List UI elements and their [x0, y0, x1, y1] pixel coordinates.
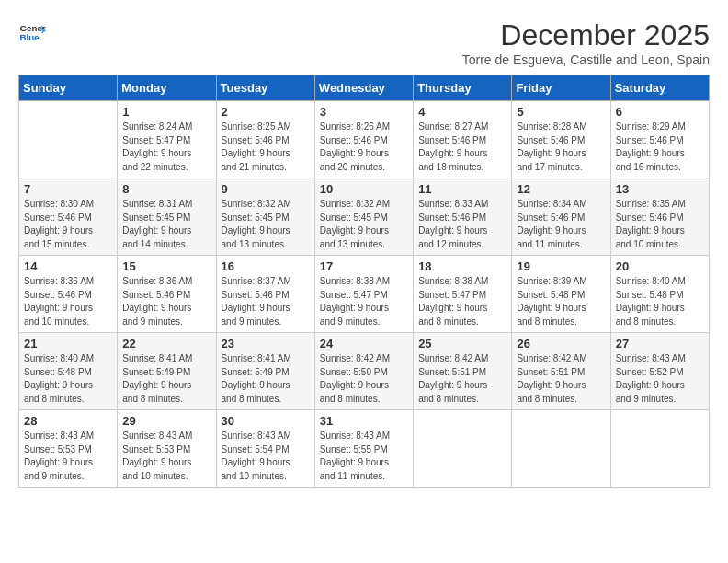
- calendar-cell: [512, 410, 610, 488]
- calendar-cell: 2Sunrise: 8:25 AM Sunset: 5:46 PM Daylig…: [216, 101, 314, 178]
- calendar-cell: 15Sunrise: 8:36 AM Sunset: 5:46 PM Dayli…: [118, 256, 216, 333]
- cell-info: Sunrise: 8:36 AM Sunset: 5:46 PM Dayligh…: [24, 275, 112, 328]
- cell-date: 17: [320, 259, 408, 273]
- header-day: Sunday: [19, 75, 118, 101]
- cell-date: 8: [122, 182, 210, 196]
- header-day: Friday: [512, 75, 610, 101]
- calendar-cell: 5Sunrise: 8:28 AM Sunset: 5:46 PM Daylig…: [512, 101, 610, 178]
- cell-date: 12: [517, 182, 605, 196]
- calendar-cell: 17Sunrise: 8:38 AM Sunset: 5:47 PM Dayli…: [314, 256, 413, 333]
- cell-info: Sunrise: 8:25 AM Sunset: 5:46 PM Dayligh…: [222, 121, 310, 174]
- cell-info: Sunrise: 8:43 AM Sunset: 5:53 PM Dayligh…: [24, 430, 112, 483]
- calendar-cell: 20Sunrise: 8:40 AM Sunset: 5:48 PM Dayli…: [610, 256, 709, 333]
- calendar-cell: 18Sunrise: 8:38 AM Sunset: 5:47 PM Dayli…: [414, 256, 512, 333]
- cell-info: Sunrise: 8:43 AM Sunset: 5:52 PM Dayligh…: [616, 352, 704, 406]
- cell-info: Sunrise: 8:36 AM Sunset: 5:46 PM Dayligh…: [122, 275, 210, 328]
- cell-info: Sunrise: 8:32 AM Sunset: 5:45 PM Dayligh…: [222, 198, 310, 251]
- calendar-week-row: 7Sunrise: 8:30 AM Sunset: 5:46 PM Daylig…: [19, 178, 710, 256]
- cell-date: 18: [418, 259, 506, 273]
- cell-date: 31: [320, 414, 408, 428]
- calendar-cell: 9Sunrise: 8:32 AM Sunset: 5:45 PM Daylig…: [216, 178, 314, 256]
- calendar-week-row: 28Sunrise: 8:43 AM Sunset: 5:53 PM Dayli…: [19, 410, 710, 488]
- cell-info: Sunrise: 8:42 AM Sunset: 5:51 PM Dayligh…: [418, 352, 506, 406]
- cell-date: 30: [222, 414, 310, 428]
- cell-date: 10: [320, 182, 408, 196]
- calendar-cell: 14Sunrise: 8:36 AM Sunset: 5:46 PM Dayli…: [19, 256, 118, 333]
- cell-info: Sunrise: 8:38 AM Sunset: 5:47 PM Dayligh…: [418, 275, 506, 328]
- calendar-cell: 12Sunrise: 8:34 AM Sunset: 5:46 PM Dayli…: [512, 178, 610, 256]
- cell-date: 20: [616, 259, 704, 273]
- cell-date: 23: [222, 337, 310, 350]
- cell-info: Sunrise: 8:43 AM Sunset: 5:53 PM Dayligh…: [122, 430, 210, 483]
- cell-date: 24: [320, 337, 408, 350]
- calendar-cell: 29Sunrise: 8:43 AM Sunset: 5:53 PM Dayli…: [118, 410, 216, 488]
- cell-info: Sunrise: 8:43 AM Sunset: 5:54 PM Dayligh…: [222, 430, 310, 483]
- calendar-cell: 21Sunrise: 8:40 AM Sunset: 5:48 PM Dayli…: [19, 333, 118, 410]
- header-day: Thursday: [414, 75, 512, 101]
- calendar-cell: 11Sunrise: 8:33 AM Sunset: 5:46 PM Dayli…: [414, 178, 512, 256]
- calendar-cell: 19Sunrise: 8:39 AM Sunset: 5:48 PM Dayli…: [512, 256, 610, 333]
- cell-date: 3: [320, 105, 408, 119]
- cell-date: 22: [122, 337, 210, 350]
- calendar-cell: 25Sunrise: 8:42 AM Sunset: 5:51 PM Dayli…: [414, 333, 512, 410]
- cell-date: 19: [517, 259, 605, 273]
- title-block: December 2025 Torre de Esgueva, Castille…: [462, 18, 710, 67]
- cell-info: Sunrise: 8:27 AM Sunset: 5:46 PM Dayligh…: [418, 121, 506, 174]
- page-header: General Blue December 2025 Torre de Esgu…: [18, 18, 710, 67]
- calendar-cell: 23Sunrise: 8:41 AM Sunset: 5:49 PM Dayli…: [216, 333, 314, 410]
- cell-info: Sunrise: 8:39 AM Sunset: 5:48 PM Dayligh…: [517, 275, 605, 328]
- cell-info: Sunrise: 8:33 AM Sunset: 5:46 PM Dayligh…: [418, 198, 506, 251]
- svg-text:Blue: Blue: [20, 32, 40, 42]
- calendar-cell: 8Sunrise: 8:31 AM Sunset: 5:45 PM Daylig…: [118, 178, 216, 256]
- cell-date: 14: [24, 259, 112, 273]
- calendar-cell: 10Sunrise: 8:32 AM Sunset: 5:45 PM Dayli…: [314, 178, 413, 256]
- cell-date: 26: [517, 337, 605, 350]
- cell-info: Sunrise: 8:32 AM Sunset: 5:45 PM Dayligh…: [320, 198, 408, 251]
- calendar-cell: 30Sunrise: 8:43 AM Sunset: 5:54 PM Dayli…: [216, 410, 314, 488]
- calendar-cell: 3Sunrise: 8:26 AM Sunset: 5:46 PM Daylig…: [314, 101, 413, 178]
- cell-date: 9: [222, 182, 310, 196]
- calendar-header-row: SundayMondayTuesdayWednesdayThursdayFrid…: [19, 75, 710, 101]
- cell-info: Sunrise: 8:41 AM Sunset: 5:49 PM Dayligh…: [222, 352, 310, 406]
- cell-info: Sunrise: 8:42 AM Sunset: 5:50 PM Dayligh…: [320, 352, 408, 406]
- cell-date: 2: [222, 105, 310, 119]
- cell-date: 1: [122, 105, 210, 119]
- cell-info: Sunrise: 8:42 AM Sunset: 5:51 PM Dayligh…: [517, 352, 605, 406]
- cell-info: Sunrise: 8:40 AM Sunset: 5:48 PM Dayligh…: [24, 352, 112, 406]
- cell-info: Sunrise: 8:37 AM Sunset: 5:46 PM Dayligh…: [222, 275, 310, 328]
- calendar-cell: [414, 410, 512, 488]
- header-day: Wednesday: [314, 75, 413, 101]
- calendar-cell: 31Sunrise: 8:43 AM Sunset: 5:55 PM Dayli…: [314, 410, 413, 488]
- cell-info: Sunrise: 8:35 AM Sunset: 5:46 PM Dayligh…: [616, 198, 704, 251]
- calendar-cell: 13Sunrise: 8:35 AM Sunset: 5:46 PM Dayli…: [610, 178, 709, 256]
- calendar-cell: 16Sunrise: 8:37 AM Sunset: 5:46 PM Dayli…: [216, 256, 314, 333]
- calendar-cell: 27Sunrise: 8:43 AM Sunset: 5:52 PM Dayli…: [610, 333, 709, 410]
- cell-date: 28: [24, 414, 112, 428]
- calendar-body: 1Sunrise: 8:24 AM Sunset: 5:47 PM Daylig…: [19, 101, 710, 488]
- cell-date: 27: [616, 337, 704, 350]
- logo: General Blue: [18, 18, 46, 46]
- calendar-table: SundayMondayTuesdayWednesdayThursdayFrid…: [18, 75, 710, 488]
- cell-info: Sunrise: 8:26 AM Sunset: 5:46 PM Dayligh…: [320, 121, 408, 174]
- month-title: December 2025: [462, 18, 710, 52]
- cell-info: Sunrise: 8:31 AM Sunset: 5:45 PM Dayligh…: [122, 198, 210, 251]
- cell-info: Sunrise: 8:34 AM Sunset: 5:46 PM Dayligh…: [517, 198, 605, 251]
- calendar-week-row: 1Sunrise: 8:24 AM Sunset: 5:47 PM Daylig…: [19, 101, 710, 178]
- calendar-cell: 1Sunrise: 8:24 AM Sunset: 5:47 PM Daylig…: [118, 101, 216, 178]
- cell-info: Sunrise: 8:41 AM Sunset: 5:49 PM Dayligh…: [122, 352, 210, 406]
- header-day: Saturday: [610, 75, 709, 101]
- header-day: Tuesday: [216, 75, 314, 101]
- cell-info: Sunrise: 8:29 AM Sunset: 5:46 PM Dayligh…: [616, 121, 704, 174]
- cell-info: Sunrise: 8:38 AM Sunset: 5:47 PM Dayligh…: [320, 275, 408, 328]
- calendar-cell: 7Sunrise: 8:30 AM Sunset: 5:46 PM Daylig…: [19, 178, 118, 256]
- cell-info: Sunrise: 8:28 AM Sunset: 5:46 PM Dayligh…: [517, 121, 605, 174]
- cell-date: 5: [517, 105, 605, 119]
- cell-date: 29: [122, 414, 210, 428]
- cell-date: 21: [24, 337, 112, 350]
- location-subtitle: Torre de Esgueva, Castille and Leon, Spa…: [462, 52, 710, 67]
- calendar-cell: 6Sunrise: 8:29 AM Sunset: 5:46 PM Daylig…: [610, 101, 709, 178]
- calendar-cell: [19, 101, 118, 178]
- calendar-cell: 22Sunrise: 8:41 AM Sunset: 5:49 PM Dayli…: [118, 333, 216, 410]
- calendar-cell: 28Sunrise: 8:43 AM Sunset: 5:53 PM Dayli…: [19, 410, 118, 488]
- cell-info: Sunrise: 8:30 AM Sunset: 5:46 PM Dayligh…: [24, 198, 112, 251]
